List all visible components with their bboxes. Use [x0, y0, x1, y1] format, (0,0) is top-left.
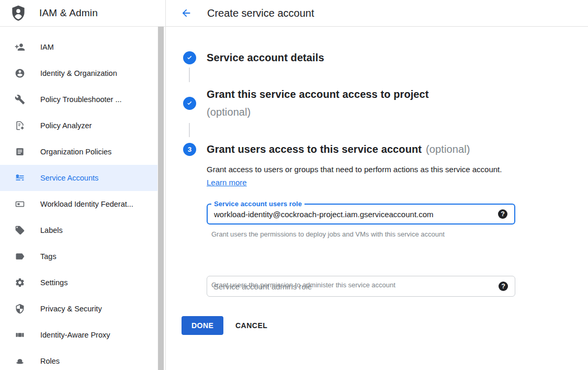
sidebar-item-identity-aware-proxy[interactable]: Identity-Aware Proxy	[0, 322, 159, 348]
sidebar-item-label: Labels	[40, 226, 63, 234]
sidebar-item-identity-organization[interactable]: Identity & Organization	[0, 60, 159, 86]
sidebar-item-label: Identity & Organization	[40, 69, 117, 77]
price-tag-icon	[15, 225, 25, 236]
step3-description: Grant access to users or groups that nee…	[207, 163, 521, 189]
sidebar-item-tags[interactable]: Tags	[0, 243, 159, 270]
sidebar-item-settings[interactable]: Settings	[0, 270, 159, 296]
sidebar-item-policy-analyzer[interactable]: Policy Analyzer	[0, 113, 159, 139]
done-button[interactable]: DONE	[182, 316, 223, 335]
sidebar-item-organization-policies[interactable]: Organization Policies	[0, 139, 159, 165]
step-connector	[189, 123, 190, 137]
sidebar-item-label: Workload Identity Federat...	[40, 200, 133, 208]
sidebar-item-label: Policy Troubleshooter ...	[40, 95, 122, 104]
wizard-content: Service account details Grant this servi…	[183, 27, 588, 370]
step3-optional-label: (optional)	[426, 143, 470, 155]
sidebar-item-label: IAM	[40, 43, 54, 51]
sidebar-item-service-accounts[interactable]: Service Accounts	[0, 165, 159, 191]
sidebar-item-label: Service Accounts	[40, 174, 98, 182]
sidebar-item-label: Settings	[40, 278, 67, 287]
account-circle-icon	[15, 68, 25, 79]
sidebar-item-iam[interactable]: IAM	[0, 34, 159, 60]
wrench-icon	[15, 94, 25, 105]
sidebar-item-label: Roles	[40, 357, 60, 365]
sidebar-nav: IAM Identity & Organization Policy Troub…	[0, 27, 165, 370]
step3-number-badge: 3	[183, 143, 196, 156]
users-role-helper-text: Grant users the permissions to deploy jo…	[211, 230, 445, 238]
sidebar-scrollbar-track	[157, 27, 165, 370]
sidebar-item-roles[interactable]: Roles	[0, 348, 159, 370]
step3-description-text: Grant access to users or groups that nee…	[207, 165, 502, 174]
proxy-icon	[15, 330, 25, 340]
admins-role-helper-text: Grant users the permission to administer…	[211, 281, 395, 289]
step2-title: Grant this service account access to pro…	[207, 85, 429, 103]
hat-icon	[15, 356, 25, 366]
sidebar-item-privacy-security[interactable]: Privacy & Security	[0, 296, 159, 322]
sidebar-header: IAM & Admin	[0, 0, 165, 27]
document-gear-icon	[15, 120, 25, 131]
users-role-field: Service account users role ?	[207, 204, 515, 225]
step-connector	[189, 68, 190, 82]
step3-number: 3	[188, 145, 192, 153]
step1-title[interactable]: Service account details	[207, 51, 324, 64]
learn-more-link[interactable]: Learn more	[207, 178, 247, 187]
id-card-icon	[15, 199, 25, 209]
step3-title-line: Grant users access to this service accou…	[207, 141, 470, 157]
step1-check-icon	[183, 51, 196, 64]
step2-check-icon	[183, 97, 196, 110]
page-title: Create service account	[207, 7, 314, 19]
sidebar: IAM & Admin IAM Identity & Organization	[0, 0, 166, 370]
sidebar-item-label: Policy Analyzer	[40, 121, 92, 130]
list-document-icon	[15, 147, 25, 157]
shield-icon	[15, 304, 25, 314]
sidebar-item-label: Organization Policies	[40, 148, 111, 156]
sidebar-product-title: IAM & Admin	[39, 7, 98, 19]
iam-shield-person-icon	[9, 3, 28, 23]
person-add-icon	[15, 42, 25, 52]
cancel-button[interactable]: CANCEL	[235, 316, 267, 335]
step2-optional-label: (optional)	[207, 103, 429, 121]
sidebar-item-workload-identity-federation[interactable]: Workload Identity Federat...	[0, 191, 159, 217]
step2-title-block[interactable]: Grant this service account access to pro…	[207, 85, 429, 121]
sidebar-item-label: Privacy & Security	[40, 305, 102, 313]
sidebar-item-labels[interactable]: Labels	[0, 217, 159, 243]
gear-icon	[15, 277, 25, 288]
iam-admin-app: IAM & Admin IAM Identity & Organization	[0, 0, 588, 370]
sidebar-scrollbar-thumb[interactable]	[158, 27, 164, 370]
service-account-icon	[15, 173, 25, 183]
back-arrow-icon[interactable]	[178, 5, 194, 21]
sidebar-item-label: Identity-Aware Proxy	[40, 331, 110, 339]
help-icon[interactable]: ?	[499, 282, 508, 291]
step3-title: Grant users access to this service accou…	[207, 143, 422, 155]
tag-arrow-icon	[15, 251, 25, 262]
sidebar-item-label: Tags	[40, 252, 56, 261]
sidebar-item-policy-troubleshooter[interactable]: Policy Troubleshooter ...	[0, 86, 159, 113]
main-panel: Create service account Service account d…	[166, 0, 588, 370]
help-icon[interactable]: ?	[498, 209, 507, 219]
users-role-field-label: Service account users role	[211, 200, 304, 208]
page-header: Create service account	[166, 0, 588, 27]
